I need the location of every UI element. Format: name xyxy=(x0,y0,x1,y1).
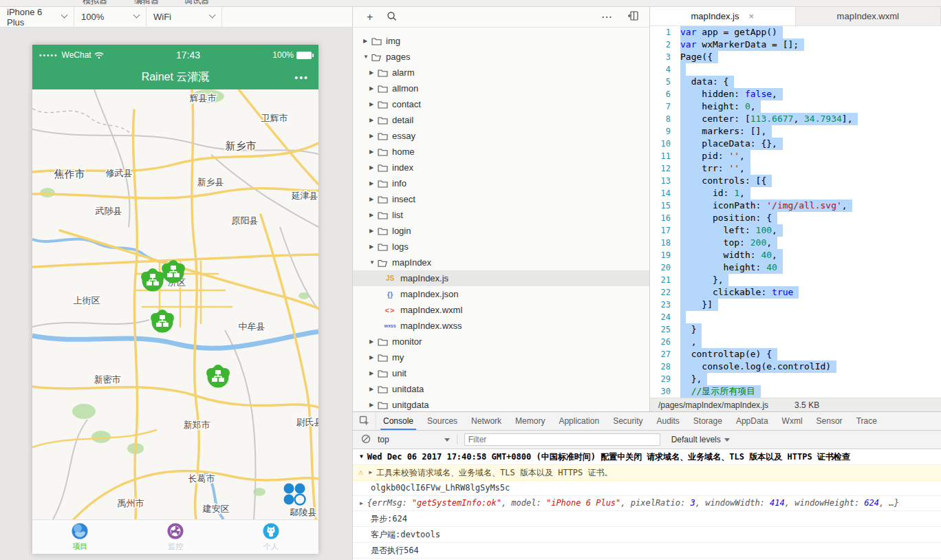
tree-file-mapIndex.wxml[interactable]: <>mapIndex.wxml xyxy=(353,302,649,318)
console-message-bold[interactable]: ▼Wed Dec 06 2017 17:40:58 GMT+0800 (中国标准… xyxy=(353,449,941,465)
folder-open-icon xyxy=(378,259,388,267)
tree-disclosure-icon[interactable]: ▶ xyxy=(369,85,376,91)
zoom-select[interactable]: 100% xyxy=(74,7,147,27)
tree-folder-info[interactable]: ▶info xyxy=(353,175,649,191)
editor-tab-mapindex-wxml[interactable]: mapIndex.wxml xyxy=(796,7,941,25)
tree-folder-login[interactable]: ▶login xyxy=(353,223,649,239)
tree-disclosure-icon[interactable]: ▶ xyxy=(369,386,376,392)
devtools-tab-sources[interactable]: Sources xyxy=(420,412,464,430)
console-message-plain[interactable]: olgkb0QclI6FVw_LhRW8lgSyMs5c xyxy=(353,481,941,496)
tree-folder-img[interactable]: ▶img xyxy=(353,33,649,49)
explorer-toolbar: + ⋯ xyxy=(353,7,650,28)
devtools-tab-console[interactable]: Console xyxy=(376,412,420,430)
tree-disclosure-icon[interactable]: ▶ xyxy=(369,117,376,123)
tree-disclosure-icon[interactable]: ▶ xyxy=(369,101,376,107)
toolbar-item-simulator[interactable]: 模拟器 xyxy=(83,0,107,7)
tree-folder-allmon[interactable]: ▶allmon xyxy=(353,80,649,96)
console-message-plain[interactable]: 是否执行564 xyxy=(353,543,941,559)
tree-file-mapIndex.wxss[interactable]: wxssmapIndex.wxss xyxy=(353,318,649,334)
tree-disclosure-icon[interactable]: ▶ xyxy=(369,338,376,345)
toolbar-item-debugger[interactable]: 调试器 xyxy=(184,0,209,7)
tree-folder-my[interactable]: ▶my xyxy=(353,349,649,365)
tree-folder-detail[interactable]: ▶detail xyxy=(353,112,649,128)
devtools-tab-appdata[interactable]: AppData xyxy=(729,412,775,430)
file-size-label: 3.5 KB xyxy=(794,400,819,410)
tree-disclosure-icon[interactable]: ▶ xyxy=(369,370,376,376)
add-file-button[interactable]: + xyxy=(367,12,373,23)
clear-console-icon[interactable] xyxy=(361,434,371,446)
tree-disclosure-icon[interactable]: ▶ xyxy=(363,38,370,44)
tree-file-mapIndex.json[interactable]: {}mapIndex.json xyxy=(353,286,649,302)
tab-profile[interactable]: 个人 xyxy=(223,520,318,554)
tab-monitor[interactable]: 监控 xyxy=(128,520,224,554)
devtools-tab-sensor[interactable]: Sensor xyxy=(810,412,850,430)
context-select[interactable]: top xyxy=(378,435,457,444)
tree-disclosure-icon[interactable]: ▼ xyxy=(369,259,376,266)
tree-folder-essay[interactable]: ▶essay xyxy=(353,128,649,144)
console-message-warn[interactable]: ⚠▶工具未校验请求域名、业务域名、TLS 版本以及 HTTPS 证书。 xyxy=(353,465,941,481)
tree-disclosure-icon[interactable]: ▶ xyxy=(369,354,376,360)
selected-text: pid: '', xyxy=(680,150,750,162)
devtools-tab-trace[interactable]: Trace xyxy=(850,412,884,430)
code-token: console.log(e.controlId) xyxy=(680,361,831,371)
more-menu-icon[interactable]: ••• xyxy=(294,72,309,83)
collapse-panel-icon[interactable] xyxy=(628,11,638,23)
device-select[interactable]: iPhone 6 Plus xyxy=(0,7,74,27)
tree-disclosure-icon[interactable]: ▶ xyxy=(369,228,376,234)
log-levels-select[interactable]: Default levels xyxy=(671,435,730,444)
console-message-obj[interactable]: ▶{errMsg: "getSystemInfo:ok", model: "iP… xyxy=(353,496,941,511)
devtools-tab-storage[interactable]: Storage xyxy=(686,412,729,430)
tree-folder-home[interactable]: ▶home xyxy=(353,144,649,160)
tree-folder-logs[interactable]: ▶logs xyxy=(353,239,649,255)
expand-arrow-icon[interactable]: ▼ xyxy=(360,453,363,460)
tree-disclosure-icon[interactable]: ▶ xyxy=(369,402,376,408)
tree-folder-unitgdata[interactable]: ▶unitgdata xyxy=(353,397,649,411)
devtools-tab-application[interactable]: Application xyxy=(552,412,606,430)
inspect-element-icon[interactable] xyxy=(353,412,376,430)
tree-folder-mapIndex[interactable]: ▼mapIndex xyxy=(353,255,649,270)
tree-file-mapIndex.js[interactable]: JSmapIndex.js xyxy=(353,270,649,286)
network-select[interactable]: WiFi xyxy=(147,7,222,27)
filter-input[interactable] xyxy=(464,433,660,446)
map-view[interactable]: 辉县市卫辉市新乡市焦作市修武县新乡县延津县武陟县原阳县上街区济区中牟县新密市新郑… xyxy=(32,89,318,519)
tree-item-label: list xyxy=(392,210,403,220)
editor-tab-mapindex-js[interactable]: mapIndex.js × xyxy=(650,7,796,25)
console-messages[interactable]: ▼Wed Dec 06 2017 17:40:58 GMT+0800 (中国标准… xyxy=(353,449,941,560)
tree-folder-unit[interactable]: ▶unit xyxy=(353,365,649,381)
carrier-label: WeChat xyxy=(62,50,91,60)
tree-folder-monitor[interactable]: ▶monitor xyxy=(353,334,649,349)
code-editor[interactable]: 1var app = getApp() 2var wxMarkerData = … xyxy=(650,26,941,398)
tree-folder-unitdata[interactable]: ▶unitdata xyxy=(353,381,649,397)
more-actions-button[interactable]: ⋯ xyxy=(601,12,613,23)
devtools-tab-network[interactable]: Network xyxy=(464,412,508,430)
tree-disclosure-icon[interactable]: ▶ xyxy=(369,149,376,155)
expand-arrow-icon[interactable]: ▶ xyxy=(369,469,372,475)
close-icon[interactable]: × xyxy=(749,11,755,21)
tree-disclosure-icon[interactable]: ▶ xyxy=(369,244,376,250)
tree-folder-contact[interactable]: ▶contact xyxy=(353,96,649,112)
code-token: placeData: {}, xyxy=(680,138,777,149)
tab-projects[interactable]: 项目 xyxy=(32,520,128,554)
devtools-tab-wxml[interactable]: Wxml xyxy=(775,412,810,430)
devtools-tab-security[interactable]: Security xyxy=(606,412,649,430)
devtools-tab-memory[interactable]: Memory xyxy=(508,412,552,430)
toolbar-item-editor[interactable]: 编辑器 xyxy=(134,0,159,7)
console-message-plain[interactable]: 客户端:devtools xyxy=(353,527,941,543)
tree-folder-index[interactable]: ▶index xyxy=(353,160,649,175)
tree-folder-pages[interactable]: ▼pages xyxy=(353,49,649,65)
search-icon[interactable] xyxy=(387,11,397,23)
tree-folder-alarm[interactable]: ▶alarm xyxy=(353,65,649,80)
console-message-plain[interactable]: 异步:624 xyxy=(353,511,941,527)
tree-disclosure-icon[interactable]: ▶ xyxy=(369,133,376,139)
tree-disclosure-icon[interactable]: ▶ xyxy=(369,164,376,171)
tree-folder-list[interactable]: ▶list xyxy=(353,207,649,223)
devtools-tab-audits[interactable]: Audits xyxy=(650,412,686,430)
tree-disclosure-icon[interactable]: ▶ xyxy=(369,69,376,76)
tree-folder-insect[interactable]: ▶insect xyxy=(353,191,649,207)
expand-arrow-icon[interactable]: ▶ xyxy=(360,500,363,506)
tree-disclosure-icon[interactable]: ▶ xyxy=(369,180,376,186)
tree-disclosure-icon[interactable]: ▶ xyxy=(369,212,376,218)
tree-disclosure-icon[interactable]: ▶ xyxy=(369,196,376,202)
folder-icon xyxy=(378,227,388,235)
tree-disclosure-icon[interactable]: ▼ xyxy=(363,54,370,60)
